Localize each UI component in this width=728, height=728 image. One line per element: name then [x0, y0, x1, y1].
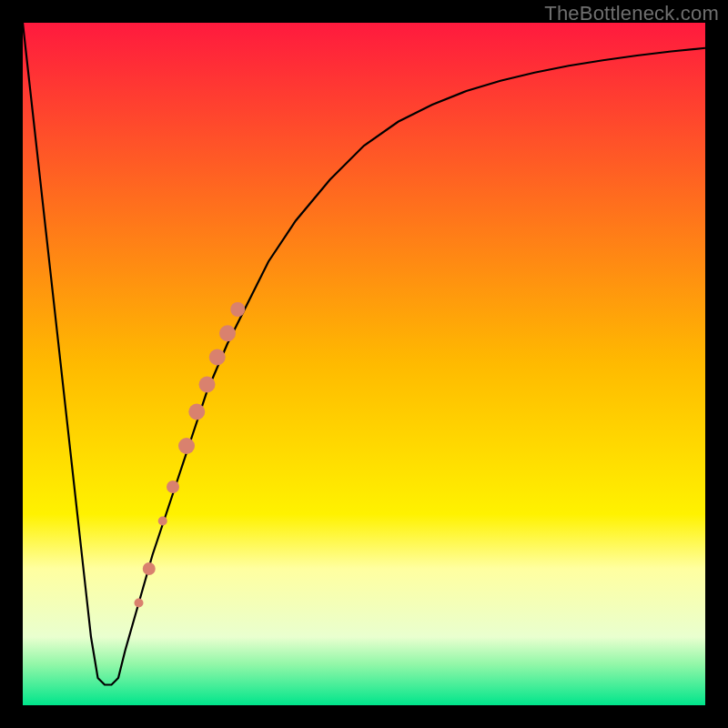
highlight-point — [219, 325, 236, 341]
highlight-point — [167, 480, 179, 493]
bottleneck-chart — [23, 23, 705, 705]
outer-frame: TheBottleneck.com — [0, 0, 728, 728]
highlight-point — [230, 302, 245, 317]
highlight-point — [178, 438, 195, 454]
highlight-point — [188, 404, 205, 420]
highlight-point — [135, 599, 144, 608]
highlight-point — [158, 517, 167, 526]
highlight-point — [199, 377, 216, 393]
highlight-point — [209, 349, 226, 366]
gradient-background — [23, 23, 705, 705]
highlight-point — [143, 562, 156, 575]
